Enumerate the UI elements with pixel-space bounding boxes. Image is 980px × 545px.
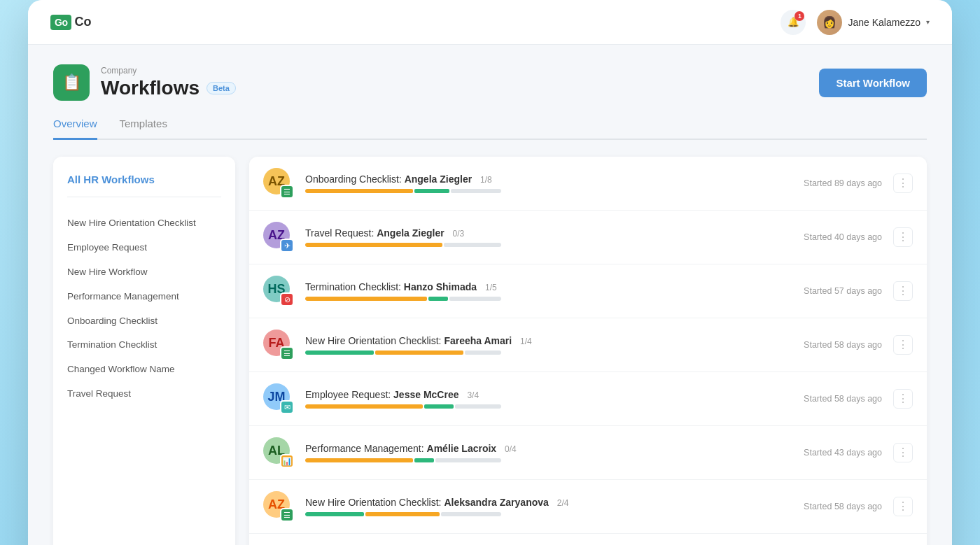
- sidebar-title: All HR Workflows: [67, 174, 221, 197]
- workflow-avatar-wrap: AZ ✈: [263, 222, 294, 253]
- progress-segment: [414, 458, 434, 462]
- page-title-area: Company Workflows Beta: [101, 66, 819, 99]
- workflow-more-button[interactable]: ⋮: [893, 497, 913, 516]
- progress-segment: [305, 243, 442, 247]
- sidebar-item-employee-request[interactable]: Employee Request: [67, 236, 221, 260]
- workflow-item: AZ ✈ Travel Request: Angela Ziegler 0/3 …: [249, 211, 927, 264]
- logo-g: Go: [50, 15, 71, 30]
- top-nav: Go Co 🔔 1 👩 Jane Kalamezzo ▾: [28, 0, 952, 45]
- workflow-more-button[interactable]: ⋮: [893, 174, 913, 193]
- workflow-title: Performance Management: Amélie Lacroix 0…: [305, 443, 762, 454]
- workflow-item: FA ☰ New Hire Orientation Checklist: Far…: [249, 318, 927, 372]
- company-label: Company: [101, 66, 819, 76]
- start-workflow-button[interactable]: Start Workflow: [819, 69, 927, 97]
- sidebar-item-travel-request[interactable]: Travel Request: [67, 382, 221, 406]
- workflow-item: AZ ☰ New Hire Orientation Checklist: Ale…: [249, 480, 927, 534]
- logo-co: Co: [74, 15, 91, 29]
- workflow-started: Started 89 days ago: [784, 178, 882, 188]
- workflow-item: AZ ☰ Onboarding Checklist: Angela Ziegle…: [249, 157, 927, 211]
- workflow-avatar-wrap: HS ⊘: [263, 276, 294, 306]
- notification-button[interactable]: 🔔 1: [780, 10, 806, 35]
- progress-segment: [424, 404, 454, 409]
- page-title: Workflows Beta: [101, 77, 819, 99]
- progress-bar: [305, 404, 501, 409]
- app-container: Go Co 🔔 1 👩 Jane Kalamezzo ▾ 📋: [28, 0, 952, 545]
- workflow-info: Travel Request: Angela Ziegler 0/3: [305, 227, 762, 247]
- progress-segment: [465, 351, 501, 355]
- progress-bar: [305, 297, 501, 301]
- tabs: Overview Templates: [53, 118, 927, 140]
- progress-segment: [305, 404, 423, 409]
- workflow-started: Started 58 days ago: [784, 340, 882, 350]
- workflow-item: JM ✉ Employee Request: Jesse McCree 3/4 …: [249, 372, 927, 426]
- workflow-type-icon: ☰: [280, 346, 294, 360]
- workflow-info: Termination Checklist: Hanzo Shimada 1/5: [305, 281, 762, 301]
- workflow-type-icon: ⊘: [280, 292, 294, 306]
- progress-segment: [435, 458, 501, 462]
- sidebar-item-termination-checklist[interactable]: Termination Checklist: [67, 333, 221, 358]
- user-name: Jane Kalamezzo: [848, 17, 920, 28]
- workflow-avatar-wrap: JM ✉: [263, 383, 294, 414]
- workflow-started: Started 58 days ago: [784, 502, 882, 511]
- workflow-more-button[interactable]: ⋮: [893, 443, 913, 462]
- workflow-type-icon: ✈: [280, 239, 294, 253]
- user-menu[interactable]: 👩 Jane Kalamezzo ▾: [817, 10, 930, 35]
- workflows-icon: 📋: [62, 73, 81, 92]
- nav-right: 🔔 1 👩 Jane Kalamezzo ▾: [780, 10, 930, 35]
- chevron-down-icon: ▾: [926, 18, 930, 26]
- workflow-title: New Hire Orientation Checklist: Fareeha …: [305, 335, 762, 346]
- workflow-more-button[interactable]: ⋮: [893, 389, 913, 409]
- workflow-info: Performance Management: Amélie Lacroix 0…: [305, 443, 762, 462]
- tab-overview[interactable]: Overview: [53, 118, 97, 140]
- workflow-type-icon: ☰: [280, 508, 294, 522]
- two-col-layout: All HR Workflows New Hire Orientation Ch…: [53, 157, 927, 545]
- sidebar-item-changed-workflow-name[interactable]: Changed Workflow Name: [67, 358, 221, 382]
- progress-segment: [305, 512, 364, 516]
- workflow-item: AL 📊 Performance Management: Amélie Lacr…: [249, 426, 927, 480]
- sidebar-item-new-hire-workflow[interactable]: New Hire Workflow: [67, 260, 221, 285]
- workflow-avatar-wrap: FA ☰: [263, 330, 294, 360]
- workflow-type-icon: ☰: [280, 185, 294, 199]
- workflow-info: Employee Request: Jesse McCree 3/4: [305, 389, 762, 409]
- workflow-list: AZ ☰ Onboarding Checklist: Angela Ziegle…: [249, 157, 927, 545]
- workflow-more-button[interactable]: ⋮: [893, 335, 913, 355]
- progress-segment: [305, 189, 413, 193]
- workflow-more-button[interactable]: ⋮: [893, 281, 913, 301]
- workflow-title: New Hire Orientation Checklist: Aleksand…: [305, 497, 762, 508]
- progress-bar: [305, 189, 501, 193]
- workflow-started: Started 57 days ago: [784, 286, 882, 296]
- progress-segment: [375, 351, 463, 355]
- progress-segment: [444, 243, 501, 247]
- main-content: 📋 Company Workflows Beta Start Workflow …: [28, 45, 952, 545]
- workflow-type-icon: 📊: [280, 454, 294, 468]
- beta-badge: Beta: [206, 82, 236, 94]
- page-header: 📋 Company Workflows Beta Start Workflow: [53, 64, 927, 101]
- progress-segment: [305, 351, 374, 355]
- progress-segment: [305, 297, 427, 301]
- avatar: 👩: [817, 10, 842, 35]
- progress-segment: [305, 458, 413, 462]
- progress-segment: [441, 512, 501, 516]
- tab-templates[interactable]: Templates: [120, 118, 167, 140]
- progress-bar: [305, 458, 501, 462]
- sidebar-item-onboarding-checklist[interactable]: Onboarding Checklist: [67, 309, 221, 334]
- progress-segment: [365, 512, 440, 516]
- workflow-title: Employee Request: Jesse McCree 3/4: [305, 389, 762, 400]
- workflow-item: HS ⊘ Termination Checklist: Hanzo Shimad…: [249, 264, 927, 318]
- workflow-info: Onboarding Checklist: Angela Ziegler 1/8: [305, 174, 762, 193]
- sidebar-item-new-hire-orientation[interactable]: New Hire Orientation Checklist: [67, 211, 221, 236]
- workflow-avatar-wrap: AZ ☰: [263, 168, 294, 199]
- workflow-started: Started 40 days ago: [784, 232, 882, 242]
- workflow-item: AL ✎ Changed Workflow Name: Amélie Lacro…: [249, 534, 927, 545]
- workflow-info: New Hire Orientation Checklist: Fareeha …: [305, 335, 762, 355]
- workflow-type-icon: ✉: [280, 400, 294, 414]
- progress-segment: [455, 404, 501, 409]
- progress-bar: [305, 351, 501, 355]
- progress-bar: [305, 243, 501, 247]
- logo: Go Co: [50, 15, 91, 30]
- workflow-more-button[interactable]: ⋮: [893, 227, 913, 247]
- workflow-avatar-wrap: AZ ☰: [263, 491, 294, 522]
- workflow-title: Termination Checklist: Hanzo Shimada 1/5: [305, 281, 762, 292]
- progress-segment: [414, 189, 449, 193]
- sidebar-item-performance-management[interactable]: Performance Management: [67, 285, 221, 309]
